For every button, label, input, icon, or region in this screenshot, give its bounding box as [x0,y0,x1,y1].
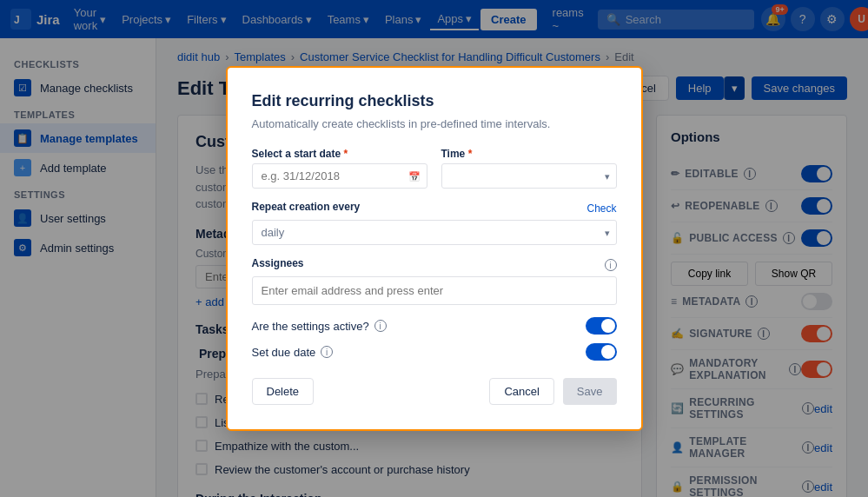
modal-active-row: Are the settings active? i [252,317,617,335]
modal-assignees-field: Assignees i [252,257,617,305]
modal-time-input[interactable]: 12:00 am [441,163,617,189]
modal-repeat-label: Repeat creation every [252,201,361,213]
modal-assignees-input[interactable] [252,276,617,305]
modal-start-date-input[interactable] [252,163,427,189]
modal-time-input-wrapper: 12:00 am ▾ [441,163,617,189]
modal-footer-right: Cancel Save [489,378,616,405]
active-info-icon[interactable]: i [374,320,387,332]
modal-time-label: Time * [441,148,617,160]
modal-repeat-label-row: Repeat creation every Check [252,201,617,216]
modal-due-date-toggle[interactable] [586,343,617,361]
modal-cancel-button[interactable]: Cancel [489,378,553,405]
start-date-required: * [344,148,348,160]
modal-repeat-field: Repeat creation every Check daily weekly… [252,201,617,245]
modal-repeat-select-wrapper: daily weekly monthly yearly ▾ [252,220,617,245]
time-required: * [468,148,473,160]
modal-time-field: Time * 12:00 am ▾ [441,148,617,189]
modal-due-date-row: Set due date i [252,343,617,361]
modal-active-label: Are the settings active? i [252,320,387,333]
modal-active-toggle[interactable] [586,317,617,335]
due-date-info-icon[interactable]: i [321,346,333,358]
modal-footer: Delete Cancel Save [252,378,617,405]
modal-save-button[interactable]: Save [563,378,617,405]
modal-subtitle: Automatically create checklists in pre-d… [252,117,617,130]
modal-start-date-input-wrapper: 📅 [252,163,427,189]
modal-assignees-label: Assignees [252,257,304,269]
modal-start-date-label: Select a start date * [252,148,427,160]
modal-due-date-label: Set due date i [252,346,334,359]
modal-start-date-field: Select a start date * 📅 [252,148,427,189]
modal-overlay[interactable]: Edit recurring checklists Automatically … [0,0,868,497]
assignees-info-icon[interactable]: i [605,259,617,271]
modal-delete-button[interactable]: Delete [252,378,315,405]
modal-repeat-select[interactable]: daily weekly monthly yearly [252,220,617,245]
modal-date-time-row: Select a start date * 📅 Time * 12:00 am … [252,148,617,189]
modal-check-link[interactable]: Check [586,202,616,215]
modal-assignees-label-row: Assignees i [252,257,617,273]
modal-title: Edit recurring checklists [252,92,617,110]
edit-recurring-modal: Edit recurring checklists Automatically … [226,66,643,431]
